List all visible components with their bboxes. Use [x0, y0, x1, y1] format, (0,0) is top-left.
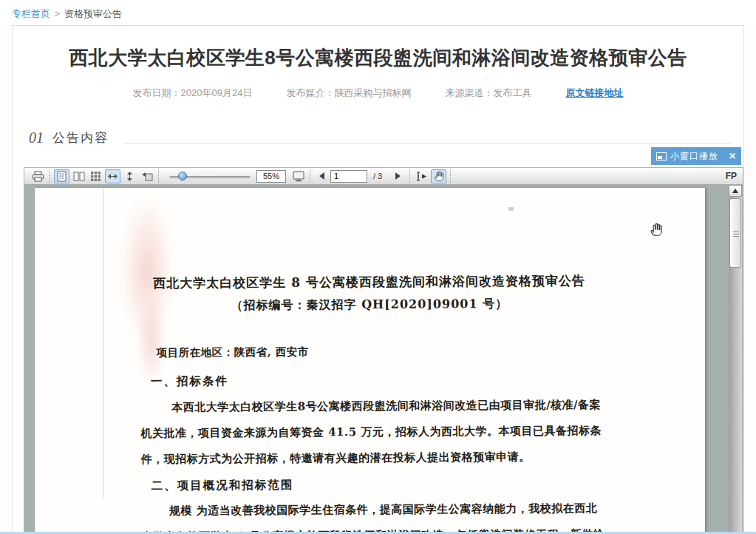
pdf-page[interactable]: 西北大学太白校区学生 8 号公寓楼西段盥洗间和淋浴间改造资格预审公告 （招标编号… — [35, 188, 705, 534]
fit-height-button[interactable] — [122, 169, 137, 183]
document-text-line: 本西北大学太白校区学生8号公寓楼西段盥洗间和淋浴间改造已由项目审批/核准/备案 — [140, 398, 602, 415]
document-title: 西北大学太白校区学生 8 号公寓楼西段盥洗间和淋浴间改造资格预审公告 — [34, 271, 704, 293]
printer-icon — [32, 171, 44, 182]
previous-page-icon — [319, 172, 324, 180]
text-select-tool-button[interactable] — [414, 169, 429, 183]
page-total-label: / 3 — [373, 172, 382, 180]
toolbar-separator — [158, 169, 159, 183]
document-section1-heading: 一、招标条件 — [140, 371, 602, 390]
source-channel: 来源渠道：发布工具 — [445, 87, 531, 100]
hand-cursor-icon — [649, 222, 664, 240]
breadcrumb: 专栏首页>资格预审公告 — [12, 7, 122, 21]
hand-tool-icon — [433, 170, 445, 182]
scrollbar-thumb[interactable] — [729, 198, 741, 268]
fit-height-icon — [125, 171, 134, 182]
source-channel-value: 发布工具 — [493, 87, 531, 98]
text-select-icon — [415, 171, 428, 182]
publish-media-value: 陕西采购与招标网 — [334, 87, 411, 98]
fit-width-icon — [107, 172, 118, 181]
document-content: 西北大学太白校区学生 8 号公寓楼西段盥洗间和淋浴间改造资格预审公告 （招标编号… — [33, 186, 706, 534]
document-section2-heading: 二、项目概况和招标范围 — [141, 476, 603, 494]
toolbar-separator — [409, 169, 410, 183]
monitor-icon — [293, 171, 304, 182]
document-tender-number: （招标编号：秦汉招字 QH[2020]09001 号） — [34, 295, 704, 315]
content-card: 西北大学太白校区学生8号公寓楼西段盥洗间和淋浴间改造资格预审公告 发布日期：20… — [12, 25, 744, 534]
two-page-view-button[interactable] — [71, 169, 86, 183]
vertical-scrollbar[interactable] — [729, 185, 742, 534]
two-page-icon — [73, 171, 85, 182]
small-window-play-button[interactable]: 小窗口播放 ✕ — [651, 147, 741, 165]
small-window-play-label: 小窗口播放 — [670, 150, 724, 163]
single-page-icon — [57, 171, 67, 182]
picture-in-picture-icon — [656, 152, 667, 160]
meta-row: 发布日期：2020年09月24日 发布媒介：陕西采购与招标网 来源渠道：发布工具… — [13, 87, 743, 100]
document-text-line: 机关批准，项目资金来源为自筹资金 41.5 万元，招标人为西北大学。本项目已具备… — [140, 424, 602, 441]
section-label: 公告内容 — [52, 129, 109, 146]
next-page-button[interactable] — [390, 169, 406, 183]
document-text-line: 规模 为适当改善我校国际学生住宿条件，提高国际学生公寓容纳能力，我校拟在西北 — [141, 501, 603, 518]
previous-page-button[interactable] — [314, 169, 330, 183]
document-body: 项目所在地区：陕西省, 西安市 一、招标条件 本西北大学太白校区学生8号公寓楼西… — [140, 337, 602, 340]
zoom-slider[interactable] — [169, 169, 251, 183]
document-viewer: 55% / 3 — [24, 167, 743, 534]
document-text-line: 件，现招标方式为公开招标，特邀请有兴趣的潜在投标人提出资格预审申请。 — [141, 450, 603, 467]
source-channel-label: 来源渠道： — [445, 87, 493, 98]
publish-media: 发布媒介：陕西采购与招标网 — [286, 87, 411, 100]
section-number: 01 — [29, 129, 44, 146]
grid-icon — [90, 171, 101, 182]
zoom-level-value[interactable]: 55% — [256, 170, 286, 183]
toolbar-separator — [310, 169, 310, 183]
close-icon[interactable]: ✕ — [729, 151, 736, 161]
zoom-slider-knob[interactable] — [178, 172, 187, 180]
fit-width-button[interactable] — [105, 169, 120, 183]
breadcrumb-current: 资格预审公告 — [64, 8, 122, 19]
section-header: 01 公告内容 — [29, 129, 109, 146]
fit-page-button[interactable] — [139, 169, 154, 183]
toolbar-separator — [450, 169, 451, 183]
scrollbar-grip — [733, 231, 739, 237]
viewer-toolbar: 55% / 3 — [24, 168, 743, 185]
page-number-input[interactable] — [330, 170, 367, 183]
breadcrumb-home-link[interactable]: 专栏首页 — [12, 8, 50, 19]
fullscreen-button[interactable] — [290, 169, 306, 183]
viewer-stage[interactable]: 西北大学太白校区学生 8 号公寓楼西段盥洗间和淋浴间改造资格预审公告 （招标编号… — [24, 185, 743, 534]
fit-page-icon — [141, 171, 153, 181]
publish-date-value: 2020年09月24日 — [181, 87, 253, 98]
single-page-view-button[interactable] — [54, 169, 69, 183]
viewer-brand-logo: FP — [726, 171, 737, 181]
top-bar: 专栏首页>资格预审公告 — [0, 0, 756, 25]
toolbar-separator — [50, 169, 50, 183]
publish-media-label: 发布媒介： — [286, 87, 334, 98]
print-button[interactable] — [30, 169, 46, 183]
publish-date: 发布日期：2020年09月24日 — [133, 87, 253, 100]
next-page-icon — [395, 172, 401, 180]
breadcrumb-separator: > — [55, 9, 60, 19]
publish-date-label: 发布日期： — [133, 87, 181, 98]
scroll-up-icon — [732, 189, 738, 193]
document-location: 项目所在地区：陕西省, 西安市 — [140, 343, 602, 360]
thumbnail-grid-button[interactable] — [88, 169, 103, 183]
page-title: 西北大学太白校区学生8号公寓楼西段盥洗间和淋浴间改造资格预审公告 — [13, 45, 743, 71]
original-link[interactable]: 原文链接地址 — [565, 87, 623, 100]
section-divider — [123, 143, 731, 143]
hand-tool-button[interactable] — [431, 169, 446, 183]
scroll-up-button[interactable] — [729, 185, 742, 197]
